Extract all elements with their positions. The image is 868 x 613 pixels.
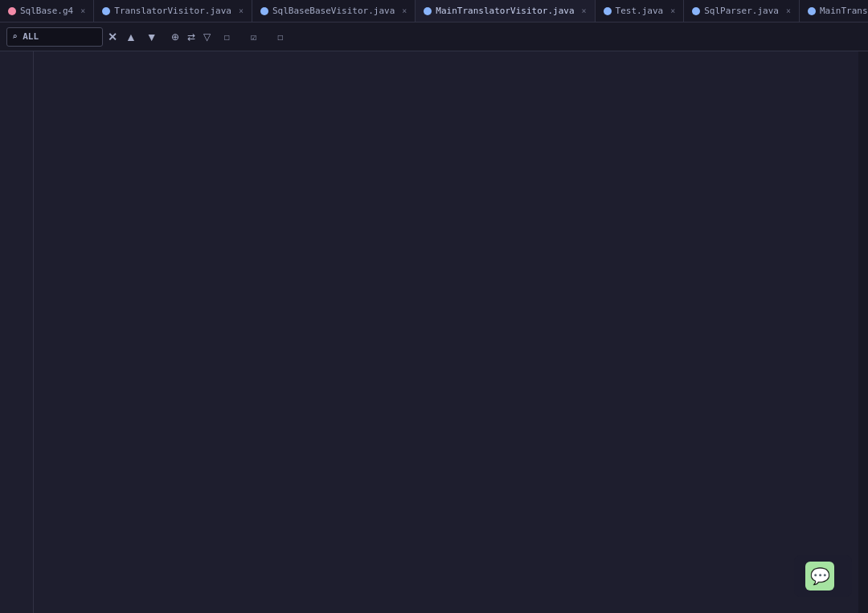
tab-label: SqlParser.java	[704, 6, 779, 16]
match-case-checkbox: ☐	[224, 31, 230, 43]
nav-arrows: ▲ ▼	[122, 30, 161, 44]
tab-icon	[692, 7, 700, 15]
prev-match-button[interactable]: ▲	[122, 30, 140, 44]
line-numbers	[0, 51, 34, 613]
tab-icon	[808, 7, 816, 15]
search-input-wrapper[interactable]: ⌕ ALL	[6, 27, 103, 47]
close-icon[interactable]: ×	[239, 6, 244, 15]
tab-sqlbasebasevisitor[interactable]: SqlBaseBaseVisitor.java ×	[252, 0, 416, 22]
tab-label: MainTranslator.java	[820, 6, 868, 16]
tab-test[interactable]: Test.java ×	[596, 0, 685, 22]
tab-icon	[424, 7, 432, 15]
close-icon[interactable]: ×	[402, 6, 407, 15]
tab-label: SqlBase.g4	[20, 6, 73, 16]
watermark: 💬	[794, 555, 852, 597]
tab-maintranslatorvisitor[interactable]: MainTranslatorVisitor.java ×	[416, 0, 595, 22]
filter-icon[interactable]: ▽	[201, 30, 213, 44]
tab-icon	[260, 7, 268, 15]
regex-checkbox: ☐	[277, 31, 283, 43]
tab-sqlbase[interactable]: SqlBase.g4 ×	[0, 0, 94, 22]
tab-label: MainTranslatorVisitor.java	[436, 6, 574, 16]
editor-area: 💬	[0, 51, 868, 613]
search-icon-btn2[interactable]: ⇄	[185, 30, 198, 44]
words-checkbox: ☑	[251, 31, 256, 43]
tab-label: Test.java	[616, 6, 664, 16]
code-area[interactable]	[34, 51, 858, 613]
search-bar: ⌕ ALL ✕ ▲ ▼ ⊕ ⇄ ▽ ☐ ☑ ☐	[0, 22, 868, 51]
search-icon-btn1[interactable]: ⊕	[169, 30, 182, 44]
tab-icon	[604, 7, 612, 15]
next-match-button[interactable]: ▼	[143, 30, 161, 44]
tab-icon	[102, 7, 110, 15]
search-prefix-label: ⌕ ALL	[12, 31, 39, 42]
tab-bar: SqlBase.g4 × TranslatorVisitor.java × Sq…	[0, 0, 868, 22]
tab-label: SqlBaseBaseVisitor.java	[272, 6, 395, 16]
words-option[interactable]: ☑	[244, 30, 266, 44]
scroll-gutter[interactable]	[858, 51, 868, 613]
close-icon[interactable]: ×	[786, 6, 791, 15]
match-case-option[interactable]: ☐	[218, 30, 240, 44]
tab-translatorvisitor[interactable]: TranslatorVisitor.java ×	[94, 0, 252, 22]
search-option-icons: ⊕ ⇄ ▽	[169, 30, 213, 44]
tab-icon	[8, 7, 16, 15]
tab-label: TranslatorVisitor.java	[114, 6, 231, 16]
regex-option[interactable]: ☐	[271, 30, 293, 44]
wechat-icon: 💬	[805, 562, 834, 591]
close-icon[interactable]: ×	[670, 6, 675, 15]
tab-maintranslator[interactable]: MainTranslator.java ×	[800, 0, 868, 22]
close-icon[interactable]: ×	[80, 6, 85, 15]
tab-sqlparser[interactable]: SqlParser.java ×	[684, 0, 800, 22]
clear-search-button[interactable]: ✕	[108, 31, 117, 43]
close-icon[interactable]: ×	[582, 6, 587, 15]
